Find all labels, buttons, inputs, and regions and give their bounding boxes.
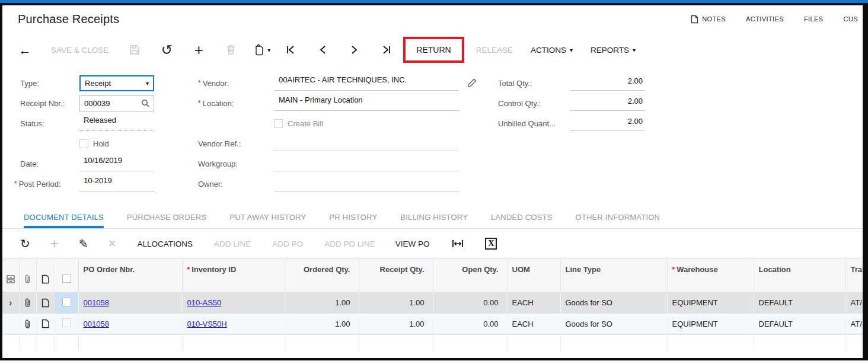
cell-receipt-qty[interactable]: 1.00 bbox=[359, 314, 433, 335]
chevron-down-icon: ▾ bbox=[146, 80, 149, 87]
return-button[interactable]: RETURN bbox=[416, 45, 451, 55]
cell-tran-descr[interactable]: AT/ bbox=[845, 314, 865, 335]
files-link[interactable]: FILES bbox=[804, 15, 824, 23]
col-ordered-qty[interactable]: Ordered Qty. bbox=[285, 259, 359, 292]
cell-po-order-nbr[interactable]: 001058 bbox=[78, 292, 182, 314]
col-inventory-id[interactable]: *Inventory ID bbox=[182, 259, 285, 292]
unbilled-qty-value: 2.00 bbox=[570, 116, 645, 131]
clipboard-menu-button[interactable]: ▾ bbox=[254, 44, 270, 56]
row-select-checkbox[interactable] bbox=[55, 314, 78, 335]
row-attachment-button[interactable] bbox=[19, 292, 36, 314]
hold-checkbox[interactable] bbox=[79, 139, 88, 148]
cell-location[interactable]: DEFAULT bbox=[754, 314, 845, 335]
notes-column-header[interactable] bbox=[36, 259, 55, 292]
add-line-button[interactable]: ADD LINE bbox=[214, 240, 251, 248]
control-qty-field[interactable]: 2.00 bbox=[570, 95, 645, 111]
tab-billing-history[interactable]: BILLING HISTORY bbox=[400, 206, 468, 228]
col-tran-descr[interactable]: Tran bbox=[845, 259, 865, 292]
vendor-field[interactable]: 00AIRTEC - AIR TECHNIQUES, INC. bbox=[274, 75, 459, 91]
type-dropdown[interactable]: Receipt ▾ bbox=[79, 75, 154, 91]
tab-document-details[interactable]: DOCUMENT DETAILS bbox=[24, 206, 104, 228]
grid-edit-button[interactable]: ✎ bbox=[79, 238, 88, 250]
cell-line-type[interactable]: Goods for SO bbox=[560, 292, 667, 314]
go-next-button[interactable] bbox=[346, 45, 363, 55]
workgroup-field[interactable] bbox=[274, 156, 459, 171]
fit-to-screen-button[interactable] bbox=[452, 239, 464, 248]
add-po-button[interactable]: ADD PO bbox=[272, 240, 303, 248]
back-button[interactable]: ← bbox=[17, 44, 33, 56]
cell-receipt-qty[interactable]: 1.00 bbox=[359, 292, 433, 314]
cell-ordered-qty[interactable]: 1.00 bbox=[285, 314, 359, 335]
col-open-qty[interactable]: Open Qty. bbox=[433, 259, 507, 292]
row-attachment-button[interactable] bbox=[19, 314, 36, 335]
type-label: Type: bbox=[13, 79, 79, 88]
cell-uom[interactable]: EACH bbox=[507, 292, 560, 314]
grid-row-2[interactable]: 001058 010-VS50H 1.00 1.00 0.00 EACH Goo… bbox=[2, 314, 865, 335]
cell-po-order-nbr[interactable]: 001058 bbox=[78, 314, 182, 335]
date-field[interactable]: 10/16/2019 bbox=[79, 156, 154, 171]
tab-landed-costs[interactable]: LANDED COSTS bbox=[491, 206, 553, 228]
row-select-checkbox[interactable] bbox=[55, 292, 78, 314]
view-po-button[interactable]: VIEW PO bbox=[395, 240, 430, 248]
col-location[interactable]: Location bbox=[754, 259, 845, 292]
cancel-undo-button[interactable]: ↺ bbox=[158, 43, 175, 57]
go-first-button[interactable] bbox=[282, 45, 299, 55]
tab-put-away-history[interactable]: PUT AWAY HISTORY bbox=[229, 206, 306, 228]
cell-uom[interactable]: EACH bbox=[507, 314, 560, 335]
current-row-indicator: › bbox=[2, 292, 19, 314]
col-po-order-nbr[interactable]: PO Order Nbr. bbox=[78, 259, 182, 292]
cell-inventory-id[interactable]: 010-VS50H bbox=[182, 314, 285, 335]
actions-menu-button[interactable]: ACTIONS ▾ bbox=[531, 46, 573, 55]
col-warehouse[interactable]: *Warehouse bbox=[667, 259, 754, 292]
tab-other-information[interactable]: OTHER INFORMATION bbox=[576, 206, 660, 228]
vendor-edit-button[interactable] bbox=[467, 78, 477, 88]
cell-location[interactable]: DEFAULT bbox=[754, 292, 845, 314]
grid-delete-row-button[interactable]: × bbox=[108, 237, 116, 250]
note-icon bbox=[691, 15, 698, 24]
export-excel-button[interactable]: X bbox=[485, 238, 497, 250]
col-uom[interactable]: UOM bbox=[507, 259, 560, 292]
location-field[interactable]: MAIN - Primary Location bbox=[274, 95, 459, 111]
owner-field[interactable] bbox=[274, 176, 459, 191]
cell-warehouse[interactable]: EQUIPMENT bbox=[667, 314, 754, 335]
row-note-button[interactable] bbox=[36, 292, 55, 314]
attachments-column-header[interactable] bbox=[19, 259, 36, 292]
notes-link[interactable]: NOTES bbox=[691, 15, 726, 24]
cell-line-type[interactable]: Goods for SO bbox=[560, 314, 667, 335]
grid-add-row-button[interactable]: + bbox=[50, 237, 59, 251]
row-note-button[interactable] bbox=[36, 314, 55, 335]
vendor-ref-field[interactable] bbox=[274, 136, 459, 151]
cell-ordered-qty[interactable]: 1.00 bbox=[285, 292, 359, 314]
cell-warehouse[interactable]: EQUIPMENT bbox=[667, 292, 754, 314]
reports-menu-button[interactable]: REPORTS ▾ bbox=[591, 46, 636, 55]
cell-inventory-id[interactable]: 010-AS50 bbox=[182, 292, 285, 314]
required-marker: * bbox=[672, 266, 675, 274]
add-po-line-button[interactable]: ADD PO LINE bbox=[324, 240, 375, 248]
tab-pr-history[interactable]: PR HISTORY bbox=[329, 206, 377, 228]
add-new-button[interactable]: + bbox=[190, 42, 207, 58]
receipt-nbr-input[interactable]: 000039 bbox=[79, 95, 154, 111]
cell-open-qty[interactable]: 0.00 bbox=[433, 292, 507, 314]
close-icon: × bbox=[108, 237, 116, 250]
customization-link[interactable]: CUS bbox=[844, 15, 858, 23]
create-bill-checkbox[interactable] bbox=[274, 119, 283, 128]
grid-refresh-button[interactable]: ↻ bbox=[20, 238, 30, 250]
save-close-button[interactable]: SAVE & CLOSE bbox=[51, 46, 108, 55]
row-settings-header[interactable] bbox=[2, 259, 19, 292]
delete-button[interactable] bbox=[222, 44, 239, 55]
post-period-field[interactable]: 10-2019 bbox=[79, 176, 154, 191]
go-prev-button[interactable] bbox=[314, 45, 331, 55]
activities-link[interactable]: ACTIVITIES bbox=[746, 15, 784, 23]
cell-tran-descr[interactable]: AT/ bbox=[845, 292, 865, 314]
allocations-button[interactable]: ALLOCATIONS bbox=[138, 240, 193, 248]
select-all-checkbox[interactable] bbox=[55, 259, 78, 292]
save-button[interactable] bbox=[126, 44, 143, 55]
cell-open-qty[interactable]: 0.00 bbox=[433, 314, 507, 335]
go-last-button[interactable] bbox=[378, 45, 395, 55]
tab-purchase-orders[interactable]: PURCHASE ORDERS bbox=[127, 206, 206, 228]
col-line-type[interactable]: Line Type bbox=[560, 259, 667, 292]
release-button[interactable]: RELEASE bbox=[476, 46, 513, 55]
search-icon[interactable] bbox=[141, 99, 149, 107]
grid-row-1[interactable]: › 001058 010-AS50 1.00 1.00 0.00 EACH Go… bbox=[2, 292, 865, 314]
col-receipt-qty[interactable]: Receipt Qty. bbox=[359, 259, 433, 292]
